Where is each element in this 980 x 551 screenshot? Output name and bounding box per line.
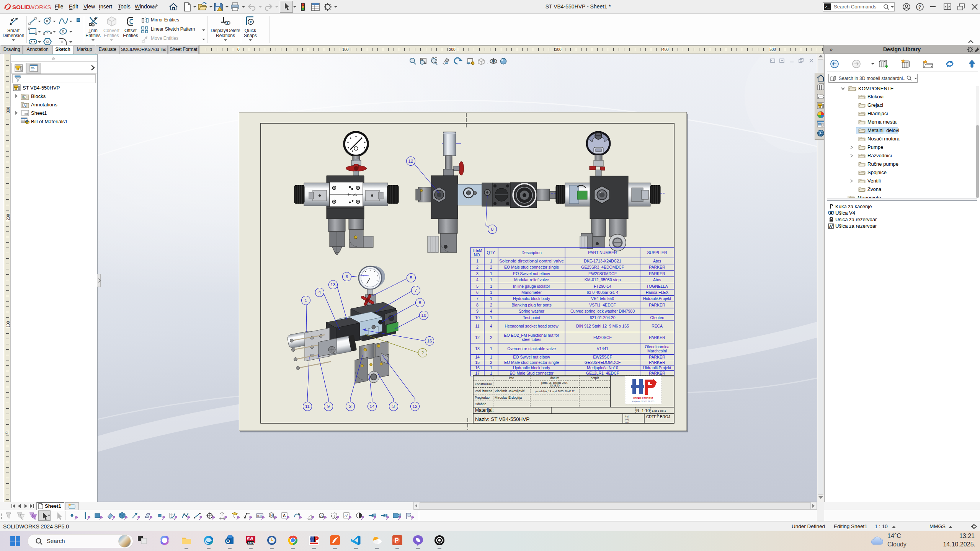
svg-text:5: 5 bbox=[410, 276, 412, 280]
svg-text:7: 7 bbox=[415, 288, 417, 293]
svg-text:SOLID: SOLID bbox=[12, 4, 30, 10]
svg-text:2: 2 bbox=[490, 265, 492, 269]
svg-text:6: 6 bbox=[346, 274, 348, 279]
svg-text:13: 13 bbox=[475, 346, 480, 351]
svg-text:16: 16 bbox=[475, 365, 480, 370]
svg-text:A°: A° bbox=[345, 514, 348, 518]
svg-text:5: 5 bbox=[476, 284, 479, 289]
svg-text:12: 12 bbox=[408, 159, 413, 163]
svg-text:1: 1 bbox=[490, 284, 492, 289]
svg-text:DKE-1713-X24DC21: DKE-1713-X24DC21 bbox=[584, 259, 621, 263]
svg-text:12: 12 bbox=[475, 335, 480, 340]
svg-text:11: 11 bbox=[305, 404, 310, 409]
svg-text:HidraulikProjekt: HidraulikProjekt bbox=[643, 365, 671, 370]
svg-text:PARKER: PARKER bbox=[649, 355, 665, 359]
svg-text:datum: datum bbox=[550, 376, 559, 380]
svg-text:?: ? bbox=[421, 350, 424, 355]
svg-text:15: 15 bbox=[475, 360, 480, 365]
svg-text:1: 1 bbox=[490, 271, 492, 276]
svg-text:1: 1 bbox=[490, 259, 492, 263]
svg-text:10: 10 bbox=[421, 313, 426, 318]
svg-text:ponedeljak, 14. april 2025. 10: ponedeljak, 14. april 2025. 10:45:17 bbox=[535, 390, 575, 393]
svg-text:Medjuploča No10: Medjuploča No10 bbox=[587, 365, 618, 370]
svg-text:QTY.: QTY. bbox=[487, 250, 495, 255]
svg-text:1: 1 bbox=[305, 298, 307, 303]
svg-text:4: 4 bbox=[490, 309, 492, 313]
svg-text:DIN 912 Stahl 12_9 M6 x 165: DIN 912 Stahl 12_9 M6 x 165 bbox=[576, 324, 629, 328]
svg-text:Spring washer: Spring washer bbox=[519, 309, 545, 313]
svg-text:11: 11 bbox=[475, 324, 480, 328]
svg-text:V1441: V1441 bbox=[597, 346, 609, 351]
svg-text:SUPPLIER: SUPPLIER bbox=[647, 250, 667, 255]
svg-text:potpis: potpis bbox=[591, 376, 599, 380]
svg-text:EW25SCF: EW25SCF bbox=[593, 355, 612, 359]
svg-text:13: 13 bbox=[331, 282, 336, 287]
svg-text:RECA: RECA bbox=[652, 324, 663, 328]
svg-text:EO Swivel nut elbow: EO Swivel nut elbow bbox=[513, 271, 550, 276]
svg-text:Odobrio: Odobrio bbox=[475, 402, 487, 406]
svg-text:PARKER: PARKER bbox=[649, 271, 665, 276]
svg-text:Test point: Test point bbox=[523, 315, 540, 320]
svg-text:Vladimir Jakovljević: Vladimir Jakovljević bbox=[495, 389, 525, 393]
svg-text:Hexagonal socket head screw: Hexagonal socket head screw bbox=[505, 324, 558, 328]
svg-text:PARKER: PARKER bbox=[649, 335, 665, 340]
svg-text:Hydraulic block body: Hydraulic block body bbox=[513, 365, 550, 370]
svg-text:A: A bbox=[23, 104, 26, 108]
svg-text:TOGNELLA: TOGNELLA bbox=[647, 284, 668, 289]
svg-text:1: 1 bbox=[490, 365, 492, 370]
svg-text:EO Male stud connector single: EO Male stud connector single bbox=[504, 265, 559, 269]
svg-text:7: 7 bbox=[476, 296, 479, 301]
svg-text:8: 8 bbox=[491, 227, 493, 231]
svg-text:Solenoid directional control v: Solenoid directional control valve bbox=[499, 259, 564, 263]
svg-text:1: 1 bbox=[490, 315, 492, 320]
svg-text:GE20SREDOMDCF: GE20SREDOMDCF bbox=[585, 360, 621, 365]
svg-text:[m¹]: [m¹] bbox=[625, 418, 629, 421]
svg-text:1: 1 bbox=[476, 259, 479, 263]
svg-text:Atos: Atos bbox=[653, 277, 661, 282]
svg-text:6: 6 bbox=[476, 290, 479, 295]
svg-text:Naziv: ST VB4-550HVP: Naziv: ST VB4-550HVP bbox=[475, 416, 529, 422]
svg-text:!: ! bbox=[220, 8, 222, 11]
svg-text:PARKER: PARKER bbox=[649, 360, 665, 365]
svg-text:O: O bbox=[226, 538, 230, 544]
svg-text:A: A bbox=[320, 514, 323, 518]
svg-text:Pregledao: Pregledao bbox=[475, 396, 490, 399]
svg-text:ime: ime bbox=[509, 376, 514, 380]
svg-text:EW20SOMDCF: EW20SOMDCF bbox=[588, 271, 617, 276]
svg-text:621.01.204.20: 621.01.204.20 bbox=[590, 315, 615, 320]
svg-text:Atos: Atos bbox=[653, 259, 661, 263]
svg-text:63 0-400bar G1-4: 63 0-400bar G1-4 bbox=[587, 290, 619, 295]
svg-text:4: 4 bbox=[490, 324, 492, 328]
svg-text:List 1 od 1: List 1 od 1 bbox=[652, 409, 666, 412]
svg-text:15:28:25: 15:28:25 bbox=[550, 384, 560, 387]
svg-text:1: 1 bbox=[490, 290, 492, 295]
svg-text:4: 4 bbox=[318, 290, 321, 295]
svg-text:A: A bbox=[283, 514, 286, 518]
svg-text:2: 2 bbox=[349, 404, 351, 409]
svg-text:Posl.izmena: Posl.izmena bbox=[475, 389, 493, 393]
svg-text:R: 1:10: R: 1:10 bbox=[636, 408, 650, 413]
svg-text:12: 12 bbox=[413, 404, 418, 409]
svg-text:EO Male Stud connector: EO Male Stud connector bbox=[510, 371, 554, 375]
svg-text:Blanking plug for ports: Blanking plug for ports bbox=[511, 303, 551, 307]
svg-text:EO Swivel nut elbow: EO Swivel nut elbow bbox=[513, 355, 550, 359]
svg-text:1: 1 bbox=[490, 371, 492, 375]
svg-text:Kraljevo; 063/07 79 555: Kraljevo; 063/07 79 555 bbox=[632, 400, 654, 403]
svg-text:Miroslav Erdoglija: Miroslav Erdoglija bbox=[495, 396, 522, 399]
svg-text:PARKER: PARKER bbox=[649, 265, 665, 269]
svg-text:P: P bbox=[395, 537, 399, 544]
svg-text:9: 9 bbox=[327, 404, 330, 409]
svg-text:16: 16 bbox=[427, 339, 432, 343]
svg-text:1: 1 bbox=[490, 296, 492, 301]
svg-text:0.3: 0.3 bbox=[257, 514, 262, 518]
svg-text:Oleotec: Oleotec bbox=[650, 315, 664, 320]
svg-text:9: 9 bbox=[476, 309, 479, 313]
svg-text:N: N bbox=[270, 514, 273, 517]
svg-text:?: ? bbox=[918, 5, 921, 10]
svg-text:FT290-14: FT290-14 bbox=[594, 284, 611, 289]
svg-text:8: 8 bbox=[476, 303, 479, 307]
svg-text:SW: SW bbox=[247, 537, 253, 541]
svg-text:1: 1 bbox=[490, 355, 492, 359]
svg-text:FM20SCF: FM20SCF bbox=[593, 335, 612, 340]
svg-text:steel tubes: steel tubes bbox=[522, 337, 541, 342]
